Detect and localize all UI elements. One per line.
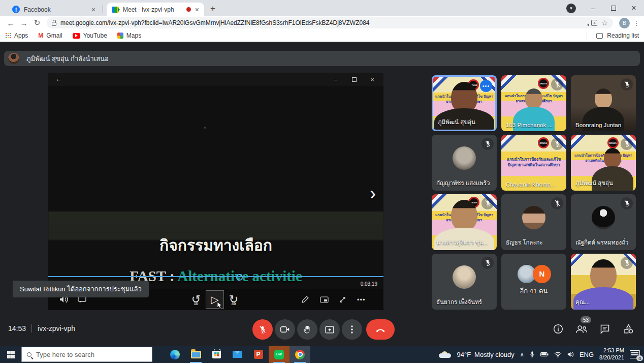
recording-indicator-icon xyxy=(186,7,191,12)
bookmark-maps[interactable]: Maps xyxy=(117,32,141,39)
video-content[interactable]: กิจกรรมทางเลือก FAST : Alternative activ… xyxy=(48,86,383,289)
window-minimize-button[interactable]: – xyxy=(583,0,603,16)
microphone-tray-icon[interactable] xyxy=(530,351,535,358)
participants-button[interactable]: 53 xyxy=(575,322,588,336)
lock-icon[interactable] xyxy=(52,22,56,26)
participant-tile[interactable]: ธัญธร โกละกะ xyxy=(501,194,566,250)
volume-tray-icon[interactable] xyxy=(567,351,574,357)
tab-search-button[interactable]: ▾ xyxy=(566,4,576,13)
battery-icon[interactable] xyxy=(540,352,549,357)
taskbar-edge-button[interactable] xyxy=(165,346,185,363)
meeting-code-label: ivx-zpvi-vph xyxy=(38,324,75,332)
participant-count-badge: 53 xyxy=(581,316,591,323)
player-close-button[interactable]: × xyxy=(363,73,381,86)
reading-list-button[interactable]: Reading list xyxy=(587,32,639,40)
participant-tile[interactable]: แกนนำในการป้องกันและแก้ไข ปัญหายาเสพติดใ… xyxy=(432,194,497,250)
bookmark-gmail[interactable]: MGmail xyxy=(38,32,62,39)
meeting-details-button[interactable] xyxy=(552,322,565,336)
more-options-button[interactable] xyxy=(342,319,362,340)
meeting-info: 14:53 ivx-zpvi-vph xyxy=(8,324,75,332)
play-button[interactable]: ▷ xyxy=(206,289,224,310)
seek-bar[interactable] xyxy=(48,276,383,277)
taskbar-search-box[interactable] xyxy=(21,347,152,362)
bookmark-star-icon[interactable]: ☆ xyxy=(601,19,608,27)
chat-button[interactable] xyxy=(598,322,611,336)
reload-button[interactable]: ↻ xyxy=(30,18,44,27)
weather-temp[interactable]: 94°F xyxy=(457,351,471,358)
edit-pencil-icon[interactable] xyxy=(301,289,309,310)
new-tab-button[interactable]: + xyxy=(210,4,215,14)
presenter-avatar xyxy=(8,53,19,64)
meeting-panels: 53 xyxy=(552,322,635,336)
browser-menu-button[interactable]: ⋮ xyxy=(633,19,640,27)
address-bar[interactable]: meet.google.com/ivx-zpvi-vph?fbclid=IwAR… xyxy=(47,17,613,28)
participant-tile[interactable]: แกนนำในการป้องกันและแก้ไข ปัญหายาเสพติดใ… xyxy=(501,135,566,191)
presenting-banner: ภูมิพัฒน์ สุขอุ่น กำลังนำเสนอ xyxy=(4,51,640,66)
seek-knob[interactable] xyxy=(236,274,243,281)
camera-toggle-button[interactable] xyxy=(275,319,295,340)
window-maximize-button[interactable] xyxy=(603,0,624,16)
forward-button[interactable]: → xyxy=(17,19,30,27)
mic-off-icon xyxy=(621,197,633,209)
participant-tile[interactable]: ณัฐกิตต์ พรหมทองถั่ว xyxy=(571,194,636,250)
player-more-button[interactable]: ••• xyxy=(357,289,366,310)
call-controls xyxy=(252,319,395,340)
participant-tile-self[interactable]: คุณ... xyxy=(571,254,636,310)
clock-time: 2:53 PM xyxy=(599,347,624,354)
action-center-button[interactable]: 4 xyxy=(630,350,640,358)
bookmark-label: YouTube xyxy=(83,32,107,39)
presenting-banner-text: ภูมิพัฒน์ สุขอุ่น กำลังนำเสนอ xyxy=(26,53,109,64)
taskbar-store-button[interactable] xyxy=(206,346,227,363)
search-icon xyxy=(27,352,31,357)
reading-list-icon xyxy=(596,33,603,39)
participant-overflow-tile[interactable]: N อีก 41 คน xyxy=(501,254,566,310)
participant-tile[interactable]: แกนนำในการป้องกันและแก้ไข ปัญหายาเสพติดใ… xyxy=(432,75,497,131)
mic-toggle-button[interactable] xyxy=(252,319,273,340)
participant-tile[interactable]: Boonraing Juntan xyxy=(571,75,636,131)
bookmark-apps[interactable]: Apps xyxy=(5,32,28,39)
forward-30-button[interactable]: ↻30 xyxy=(227,289,240,310)
close-tab-icon[interactable]: × xyxy=(195,6,199,13)
participant-name: ณัฐกิตต์ พรหมทองถั่ว xyxy=(575,238,633,247)
back-button[interactable]: ← xyxy=(4,19,17,27)
close-tab-icon[interactable]: × xyxy=(91,6,95,13)
window-close-button[interactable]: × xyxy=(624,0,644,16)
taskbar-file-explorer-button[interactable] xyxy=(185,346,206,363)
language-indicator[interactable]: ENG xyxy=(579,351,594,358)
participant-tile[interactable]: แกนนำในการป้องกันและแก้ไข ปัญหายาเสพติดใ… xyxy=(501,75,566,131)
present-screen-button[interactable] xyxy=(319,319,340,340)
mini-player-icon[interactable] xyxy=(320,289,329,310)
tab-title: Meet - ivx-zpvi-vph xyxy=(123,6,182,13)
profile-avatar[interactable]: B xyxy=(619,18,630,28)
participant-tile[interactable]: กัญญาพัชร แสงแพร้ว xyxy=(432,135,497,191)
end-call-button[interactable] xyxy=(366,319,395,340)
mic-off-icon xyxy=(621,78,633,90)
participant-tile[interactable]: ธันยากร เพ็งจันทร์ xyxy=(432,254,497,310)
bookmarks-bar: Apps MGmail YouTube Maps Reading list xyxy=(0,29,644,42)
taskbar-line-button[interactable]: LINE xyxy=(269,346,289,363)
activities-button[interactable] xyxy=(622,322,635,336)
taskbar-chrome-button[interactable] xyxy=(289,346,310,363)
translate-icon[interactable]: a xyxy=(591,20,597,26)
taskbar-powerpoint-button[interactable]: P xyxy=(248,346,269,363)
rewind-10-button[interactable]: ↺10 xyxy=(189,289,203,310)
bookmark-youtube[interactable]: YouTube xyxy=(73,32,107,39)
weather-condition[interactable]: Mostly cloudy xyxy=(474,351,514,358)
next-slide-arrow[interactable]: › xyxy=(370,183,376,204)
search-input[interactable] xyxy=(36,351,147,358)
participant-tile[interactable]: แกนนำในการป้องกันและแก้ไข ปัญหายาเสพติดใ… xyxy=(571,135,636,191)
player-maximize-button[interactable] xyxy=(345,73,363,86)
fullscreen-icon[interactable] xyxy=(339,289,346,310)
player-minimize-button[interactable]: – xyxy=(327,73,345,86)
url-text[interactable]: meet.google.com/ivx-zpvi-vph?fbclid=IwAR… xyxy=(60,19,583,26)
overflow-avatar: N xyxy=(533,265,551,283)
player-back-button[interactable]: ← xyxy=(55,75,62,83)
tab-facebook[interactable]: f Facebook × xyxy=(7,3,101,16)
raise-hand-button[interactable] xyxy=(297,319,317,340)
taskbar-clock[interactable]: 2:53 PM 8/20/2021 xyxy=(599,347,624,361)
taskbar-mail-button[interactable] xyxy=(227,346,248,363)
start-button[interactable] xyxy=(0,346,21,363)
tab-meet-active[interactable]: Meet - ivx-zpvi-vph × xyxy=(107,3,204,16)
show-hidden-icons-button[interactable]: ∧ xyxy=(520,351,524,358)
wifi-icon[interactable] xyxy=(554,352,562,357)
